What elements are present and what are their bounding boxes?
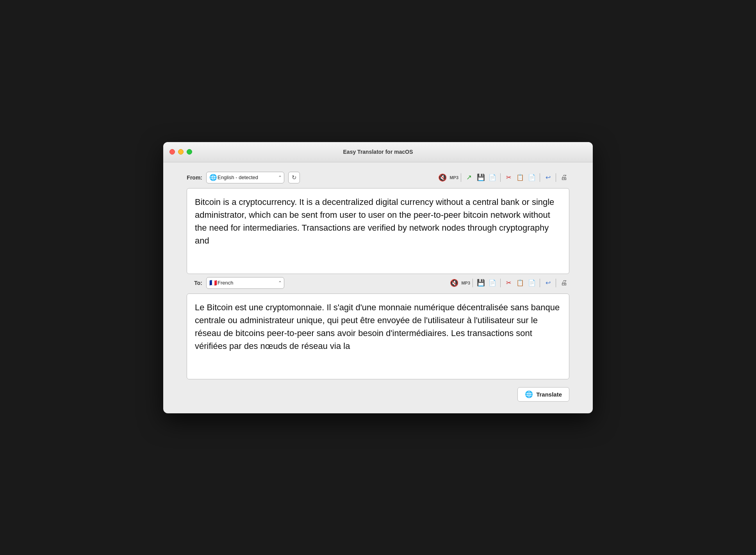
to-undo-icon: ↩ [546, 279, 551, 286]
to-divider-4 [556, 279, 556, 287]
divider-4 [556, 173, 556, 182]
to-save-button[interactable]: 📄 [487, 278, 498, 288]
globe-icon: 🌐 [525, 390, 533, 398]
to-language-wrapper: 🇫🇷 French English Spanish German ⌃ [206, 277, 284, 289]
from-language-wrapper: 🌐 English - detected French Spanish Germ… [206, 172, 284, 183]
title-bar: Easy Translator for macOS [163, 142, 593, 162]
to-divider-2 [500, 279, 501, 287]
export-icon: ↗ [466, 173, 472, 181]
close-button[interactable] [169, 149, 175, 155]
from-speaker-button[interactable]: 🔇 [437, 172, 448, 183]
cut-icon: ✂ [506, 174, 511, 181]
to-speaker-button[interactable]: 🔇 [449, 278, 460, 288]
from-cut-button[interactable]: ✂ [503, 172, 514, 183]
from-language-select[interactable]: English - detected French Spanish German [206, 172, 284, 183]
from-paste-button[interactable]: 📋 [515, 172, 526, 183]
to-print-button[interactable]: 🖨 [558, 278, 569, 288]
divider-2 [500, 173, 501, 182]
from-undo-button[interactable]: ↩ [542, 172, 553, 183]
to-cut-button[interactable]: ✂ [503, 278, 514, 288]
divider-1 [461, 173, 461, 182]
translate-label: Translate [536, 391, 562, 398]
to-mp3-label: MP3 [461, 281, 470, 285]
print-icon: 🖨 [561, 174, 567, 181]
to-cut-icon: ✂ [506, 279, 511, 286]
clear-icon: 📄 [528, 174, 536, 181]
translate-button[interactable]: 🌐 Translate [517, 387, 569, 402]
divider-3 [540, 173, 540, 182]
to-clear-button[interactable]: 📄 [526, 278, 537, 288]
from-toolbar: From: 🌐 English - detected French Spanis… [187, 172, 569, 183]
to-print-icon: 🖨 [561, 279, 567, 287]
to-label: To: [187, 280, 202, 286]
to-toolbar: To: 🇫🇷 French English Spanish German ⌃ 🔇… [187, 277, 569, 289]
main-content: From: 🌐 English - detected French Spanis… [163, 162, 593, 413]
refresh-button[interactable]: ↻ [288, 172, 300, 183]
to-clear-icon: 📄 [528, 279, 536, 286]
from-print-button[interactable]: 🖨 [558, 172, 569, 183]
paste-icon: 📋 [516, 174, 524, 181]
to-undo-button[interactable]: ↩ [542, 278, 553, 288]
to-tool-buttons: 🔇 MP3 💾 📄 ✂ 📋 📄 [449, 278, 569, 288]
to-export-button[interactable]: 💾 [475, 278, 486, 288]
speaker-icon: 🔇 [438, 173, 447, 182]
window-title: Easy Translator for macOS [343, 149, 413, 155]
window-controls [169, 149, 192, 155]
undo-icon: ↩ [546, 174, 551, 181]
translate-row: 🌐 Translate [187, 387, 569, 402]
from-export-button[interactable]: ↗ [464, 172, 474, 183]
maximize-button[interactable] [187, 149, 192, 155]
source-text-area[interactable]: Bitcoin is a cryptocurrency. It is a dec… [187, 188, 569, 274]
from-mp3-label: MP3 [449, 175, 458, 180]
from-tool-buttons: 🔇 MP3 ↗ 💾 📄 ✂ 📋 [437, 172, 569, 183]
translated-text-area[interactable]: Le Bitcoin est une cryptomonnaie. Il s'a… [187, 294, 569, 379]
save-icon: 💾 [477, 173, 485, 181]
to-language-select[interactable]: French English Spanish German [206, 277, 284, 289]
from-copy-button[interactable]: 📄 [487, 172, 498, 183]
to-divider-3 [540, 279, 540, 287]
translated-text-content: Le Bitcoin est une cryptomonnaie. Il s'a… [195, 301, 561, 352]
source-text-content: Bitcoin is a cryptocurrency. It is a dec… [195, 196, 561, 247]
to-save-icon: 📄 [489, 279, 496, 286]
minimize-button[interactable] [178, 149, 184, 155]
to-paste-button[interactable]: 📋 [515, 278, 526, 288]
copy-icon: 📄 [489, 174, 496, 181]
to-paste-icon: 📋 [516, 279, 524, 286]
app-window: Easy Translator for macOS From: 🌐 Englis… [163, 142, 593, 413]
to-divider-1 [472, 279, 473, 287]
to-speaker-icon: 🔇 [450, 279, 458, 287]
from-clear-button[interactable]: 📄 [526, 172, 537, 183]
from-label: From: [187, 174, 202, 181]
to-export-icon: 💾 [477, 279, 485, 287]
from-save-button[interactable]: 💾 [475, 172, 486, 183]
